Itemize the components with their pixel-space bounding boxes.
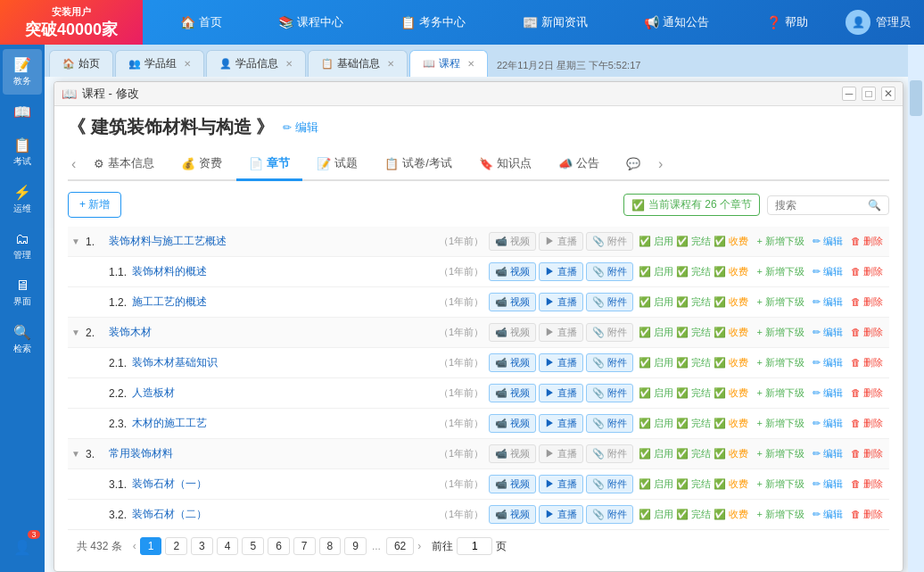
sidebar-item-badge[interactable]: 👤 3 — [3, 532, 42, 563]
toggle-icon[interactable]: ▼ — [71, 236, 80, 246]
chapter-name[interactable]: 装饰石材（二） — [132, 507, 428, 522]
delete-row-button[interactable]: 🗑 删除 — [848, 507, 886, 522]
fee-status[interactable]: ✅ 收费 — [714, 508, 748, 521]
complete-status[interactable]: ✅ 完结 — [676, 386, 711, 400]
attach-button[interactable]: 📎 附件 — [586, 384, 633, 402]
attach-button[interactable]: 📎 附件 — [586, 444, 633, 463]
page-button-1[interactable]: 1 — [140, 537, 162, 555]
tab-jichuxinxi-close[interactable]: ✕ — [387, 59, 394, 69]
toggle-icon[interactable]: ▼ — [71, 327, 80, 337]
live-button[interactable]: ▶ 直播 — [539, 414, 583, 433]
chapter-name[interactable]: 木材的施工工艺 — [132, 416, 428, 431]
tab-prev-arrow[interactable]: ‹ — [68, 156, 79, 172]
nav-courses[interactable]: 📚 课程中心 — [271, 11, 351, 34]
page-button-2[interactable]: 2 — [165, 537, 187, 555]
enable-status[interactable]: ✅ 启用 — [639, 508, 673, 521]
sidebar-item-jiemian[interactable]: 🖥 界面 — [3, 270, 42, 315]
edit-row-button[interactable]: ✏ 编辑 — [810, 446, 846, 461]
fee-status[interactable]: ✅ 收费 — [714, 356, 748, 369]
fee-status[interactable]: ✅ 收费 — [714, 417, 748, 430]
complete-status[interactable]: ✅ 完结 — [676, 508, 711, 521]
video-button[interactable]: 📹 视频 — [489, 414, 536, 433]
add-sub-button[interactable]: + 新增下级 — [754, 507, 806, 522]
complete-status[interactable]: ✅ 完结 — [676, 235, 711, 248]
delete-row-button[interactable]: 🗑 删除 — [848, 234, 886, 249]
video-button[interactable]: 📹 视频 — [489, 384, 536, 402]
attach-button[interactable]: 📎 附件 — [586, 262, 633, 281]
fee-status[interactable]: ✅ 收费 — [714, 265, 748, 278]
tab-zifei[interactable]: 💰 资费 — [169, 148, 235, 181]
video-button[interactable]: 📹 视频 — [489, 323, 536, 342]
nav-help[interactable]: ❓ 帮助 — [759, 11, 815, 34]
delete-row-button[interactable]: 🗑 删除 — [848, 446, 886, 461]
edit-row-button[interactable]: ✏ 编辑 — [810, 325, 846, 340]
page-button-9[interactable]: 9 — [344, 537, 367, 555]
attach-button[interactable]: 📎 附件 — [586, 323, 633, 342]
page-prev-arrow[interactable]: ‹ — [133, 540, 136, 552]
chapter-name[interactable]: 装饰木材基础知识 — [132, 355, 428, 370]
tab-gonggao[interactable]: 📣 公告 — [546, 148, 612, 181]
chapter-name[interactable]: 施工工艺的概述 — [132, 294, 428, 310]
video-button[interactable]: 📹 视频 — [489, 262, 536, 281]
delete-row-button[interactable]: 🗑 删除 — [848, 264, 886, 279]
live-button[interactable]: ▶ 直播 — [539, 475, 583, 493]
delete-row-button[interactable]: 🗑 删除 — [848, 385, 886, 401]
video-button[interactable]: 📹 视频 — [489, 444, 536, 463]
chapter-search-input[interactable] — [775, 199, 864, 211]
enable-status[interactable]: ✅ 启用 — [639, 447, 673, 460]
enable-status[interactable]: ✅ 启用 — [639, 265, 673, 278]
chapter-name[interactable]: 装饰石材（一） — [132, 477, 428, 492]
chapter-search-box[interactable]: 🔍 — [767, 195, 889, 215]
tab-zhishidian[interactable]: 🔖 知识点 — [466, 148, 544, 181]
add-chapter-button[interactable]: + 新增 — [68, 192, 121, 218]
nav-notice[interactable]: 📢 通知公告 — [637, 11, 716, 34]
live-button[interactable]: ▶ 直播 — [539, 444, 583, 463]
edit-row-button[interactable]: ✏ 编辑 — [810, 264, 846, 279]
sidebar-item-kaoshi[interactable]: 📋 考试 — [3, 129, 42, 175]
edit-row-button[interactable]: ✏ 编辑 — [810, 234, 846, 249]
enable-status[interactable]: ✅ 启用 — [639, 295, 673, 309]
add-sub-button[interactable]: + 新增下级 — [754, 385, 806, 401]
add-sub-button[interactable]: + 新增下级 — [754, 234, 806, 249]
enable-status[interactable]: ✅ 启用 — [639, 326, 673, 339]
fee-status[interactable]: ✅ 收费 — [714, 326, 748, 339]
sidebar-item-yunwei[interactable]: ⚡ 运维 — [3, 177, 42, 222]
enable-status[interactable]: ✅ 启用 — [639, 417, 673, 430]
edit-row-button[interactable]: ✏ 编辑 — [810, 507, 846, 522]
tab-jichuxinxi[interactable]: 📋 基础信息 ✕ — [308, 50, 408, 77]
delete-row-button[interactable]: 🗑 删除 — [848, 325, 886, 340]
tab-zhongjie[interactable]: 📄 章节 — [236, 148, 302, 181]
sidebar-item-guanli[interactable]: 🗂 管理 — [3, 224, 42, 269]
page-next-arrow[interactable]: › — [417, 540, 421, 552]
video-button[interactable]: 📹 视频 — [489, 232, 536, 251]
page-button-6[interactable]: 6 — [268, 537, 290, 555]
live-button[interactable]: ▶ 直播 — [539, 384, 583, 402]
tab-kecheng[interactable]: 📖 课程 ✕ — [409, 50, 488, 77]
live-button[interactable]: ▶ 直播 — [539, 353, 583, 372]
delete-row-button[interactable]: 🗑 删除 — [848, 294, 886, 310]
edit-row-button[interactable]: ✏ 编辑 — [810, 355, 846, 370]
video-button[interactable]: 📹 视频 — [489, 293, 536, 311]
live-button[interactable]: ▶ 直播 — [539, 232, 583, 251]
tab-comment[interactable]: 💬 — [614, 150, 653, 180]
sidebar-item-book[interactable]: 📖 — [3, 96, 42, 128]
attach-button[interactable]: 📎 附件 — [586, 475, 633, 493]
tab-home[interactable]: 🏠 始页 — [49, 50, 113, 77]
live-button[interactable]: ▶ 直播 — [539, 293, 583, 311]
add-sub-button[interactable]: + 新增下级 — [754, 477, 806, 492]
tab-basic-info[interactable]: ⚙ 基本信息 — [81, 148, 167, 181]
tab-xuepinxinxi-close[interactable]: ✕ — [285, 59, 293, 69]
tab-xuepinxinxi[interactable]: 👤 学品信息 ✕ — [206, 50, 306, 77]
page-button-4[interactable]: 4 — [217, 537, 239, 555]
chapter-name[interactable]: 装饰材料的概述 — [132, 264, 428, 279]
complete-status[interactable]: ✅ 完结 — [676, 356, 711, 369]
chapter-name[interactable]: 常用装饰材料 — [109, 446, 428, 461]
attach-button[interactable]: 📎 附件 — [586, 505, 633, 524]
sidebar-item-jiansuo[interactable]: 🔍 检索 — [3, 317, 42, 362]
modal-minimize-button[interactable]: ─ — [842, 87, 856, 101]
edit-row-button[interactable]: ✏ 编辑 — [810, 477, 846, 492]
add-sub-button[interactable]: + 新增下级 — [754, 416, 806, 431]
fee-status[interactable]: ✅ 收费 — [714, 477, 748, 491]
edit-row-button[interactable]: ✏ 编辑 — [810, 416, 846, 431]
delete-row-button[interactable]: 🗑 删除 — [848, 416, 886, 431]
